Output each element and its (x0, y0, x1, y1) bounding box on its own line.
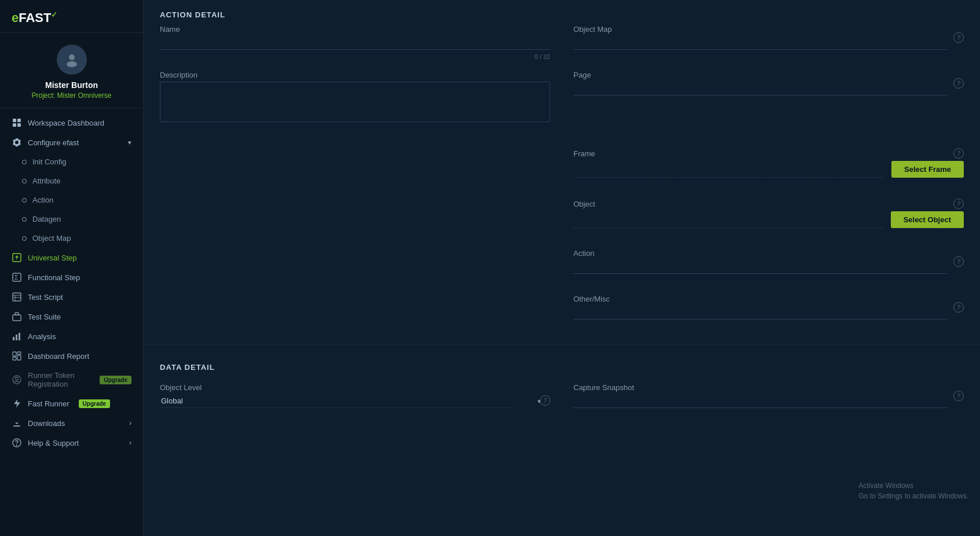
page-label: Page (573, 71, 948, 79)
sidebar-item-universal-step[interactable]: Universal Step (0, 248, 143, 267)
capture-snapshot-input[interactable] (573, 394, 948, 408)
section-divider (144, 344, 980, 344)
help-icon (12, 438, 22, 447)
dashboard-icon (12, 351, 22, 361)
svg-point-1 (67, 61, 77, 67)
capture-snapshot-label: Capture Snapshot (573, 383, 948, 392)
win-activate-line2: Go to Settings to activate Windows. (859, 491, 968, 501)
action-field: Action ? (573, 249, 964, 274)
sidebar-item-object-map[interactable]: Object Map (0, 229, 143, 248)
sidebar-item-datagen[interactable]: Datagen (0, 210, 143, 229)
sidebar-label-action: Action (32, 196, 53, 204)
capture-snapshot-help-icon[interactable]: ? (953, 391, 964, 401)
object-level-select[interactable]: Global Local Session (160, 394, 511, 408)
user-name: Mister Burton (45, 80, 98, 90)
page-help-icon[interactable]: ? (953, 78, 964, 89)
action-help-icon[interactable]: ? (953, 256, 964, 267)
svg-rect-16 (16, 335, 17, 340)
configure-submenu: Init Config Attribute Action Datagen Obj… (0, 152, 143, 248)
object-map-field: Object Map ? (573, 25, 964, 50)
empty-col-6 (160, 295, 550, 330)
sidebar-item-workspace-dashboard[interactable]: Workspace Dashboard (0, 113, 143, 133)
other-misc-field: Other/Misc ? (573, 295, 964, 320)
gear-icon (12, 138, 22, 147)
upgrade-badge-fast-runner[interactable]: Upgrade (79, 399, 111, 408)
sidebar-item-downloads[interactable]: Downloads › (0, 413, 143, 433)
sidebar-label-fast-runner: Fast Runner (28, 399, 70, 408)
other-misc-input[interactable] (573, 306, 948, 320)
circle-icon (22, 179, 27, 183)
svg-rect-21 (13, 357, 16, 360)
select-frame-button[interactable]: Select Frame (891, 161, 964, 178)
object-map-help-icon[interactable]: ? (953, 32, 964, 43)
sidebar-label-init-config: Init Config (32, 157, 67, 166)
sidebar-item-help-support[interactable]: Help & Support › (0, 433, 143, 453)
frame-input-wrapper (573, 164, 883, 178)
select-object-button[interactable]: Select Object (891, 211, 964, 228)
object-input[interactable] (573, 214, 883, 228)
sidebar-label-configure-efast: Configure efast (28, 138, 79, 147)
other-misc-help-icon[interactable]: ? (953, 302, 964, 313)
sidebar-label-attribute: Attribute (32, 177, 60, 185)
sidebar-item-analysis[interactable]: Analysis (0, 326, 143, 346)
object-help-icon[interactable]: ? (953, 199, 964, 209)
sidebar-item-runner-token[interactable]: Runner Token Registration Upgrade (0, 366, 143, 394)
flash-icon (12, 399, 22, 408)
upgrade-badge-runner[interactable]: Upgrade (100, 376, 131, 384)
object-field: Object ? Select Object (573, 199, 964, 228)
svg-text:Σ: Σ (14, 274, 18, 281)
object-level-help-icon[interactable]: ? (540, 395, 550, 406)
name-field: Name 0 / 32 (160, 25, 550, 50)
other-misc-col: Other/Misc ? (573, 295, 964, 330)
capture-snapshot-field: Capture Snapshot ? (573, 383, 964, 408)
frame-input[interactable] (573, 164, 883, 178)
form-row-4: Object ? Select Object (160, 199, 964, 238)
object-label: Object (573, 200, 595, 208)
action-detail-title: ACTION DETAIL (144, 0, 980, 25)
chevron-down-icon: ▾ (128, 139, 131, 146)
object-map-input[interactable] (573, 36, 948, 50)
sidebar: eFAST✓ Mister Burton Project: Mister Omn… (0, 0, 144, 536)
sidebar-item-attribute[interactable]: Attribute (0, 171, 143, 190)
sidebar-label-test-suite: Test Suite (28, 313, 61, 321)
svg-rect-15 (13, 337, 14, 340)
data-detail-title: DATA DETAIL (144, 353, 980, 377)
name-col: Name 0 / 32 (160, 25, 550, 60)
page-field: Page ? (573, 71, 964, 96)
name-input[interactable] (160, 36, 550, 50)
sidebar-item-functional-step[interactable]: Σ Functional Step (0, 267, 143, 287)
sidebar-item-dashboard-report[interactable]: Dashboard Report (0, 346, 143, 366)
sidebar-label-downloads: Downloads (28, 419, 65, 428)
svg-point-26 (17, 445, 17, 446)
sidebar-item-configure-efast[interactable]: Configure efast ▾ (0, 133, 143, 152)
name-label: Name (160, 25, 550, 34)
briefcase-icon (12, 312, 22, 321)
svg-rect-17 (19, 333, 20, 340)
sidebar-item-test-script[interactable]: Test Script (0, 287, 143, 307)
sidebar-item-test-suite[interactable]: Test Suite (0, 307, 143, 326)
form-row-1: Name 0 / 32 Object Map ? (160, 25, 964, 60)
object-level-label: Object Level (160, 383, 550, 392)
user-area: Mister Burton Project: Mister Omniverse (0, 33, 143, 108)
frame-help-icon[interactable]: ? (953, 148, 964, 159)
sidebar-label-test-script: Test Script (28, 293, 63, 302)
table-icon (12, 292, 22, 302)
svg-rect-18 (13, 352, 16, 356)
description-input[interactable] (160, 82, 550, 122)
sidebar-label-analysis: Analysis (28, 332, 56, 341)
sidebar-item-fast-runner[interactable]: Fast Runner Upgrade (0, 394, 143, 413)
action-input[interactable] (573, 260, 948, 274)
page-input[interactable] (573, 82, 948, 96)
data-detail-form: Object Level Global Local Session ▼ ? (144, 377, 980, 429)
name-char-count: 0 / 32 (534, 53, 550, 60)
object-level-select-wrapper: Global Local Session ▼ ? (160, 394, 550, 408)
object-col: Object ? Select Object (573, 199, 964, 238)
sidebar-item-action[interactable]: Action (0, 190, 143, 210)
sidebar-label-workspace-dashboard: Workspace Dashboard (28, 119, 104, 127)
frame-col: Frame ? Select Frame (573, 148, 964, 188)
capture-snapshot-col: Capture Snapshot ? (573, 383, 964, 418)
data-form-row-1: Object Level Global Local Session ▼ ? (160, 383, 964, 418)
sidebar-item-init-config[interactable]: Init Config (0, 152, 143, 171)
form-row-6: Other/Misc ? (160, 295, 964, 330)
grid-icon (12, 118, 22, 127)
